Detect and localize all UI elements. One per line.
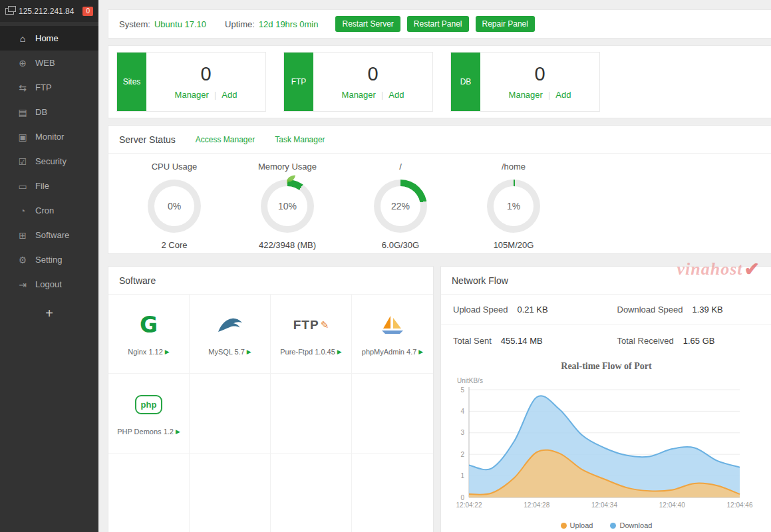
running-icon[interactable]: ▶ [337, 348, 342, 355]
software-item-pureftpd[interactable]: FTP✎ Pure-Ftpd 1.0.45 ▶ [271, 294, 352, 374]
restart-server-button[interactable]: Restart Server [335, 16, 400, 32]
message-badge[interactable]: 0 [82, 7, 93, 16]
legend-label: Upload [570, 521, 593, 529]
running-icon[interactable]: ▶ [247, 348, 251, 355]
upload-speed-value: 0.21 KB [517, 305, 547, 315]
running-icon[interactable]: ▶ [418, 348, 423, 355]
sidebar: 125.212.241.84 0 ⌂ Home ⊕ WEB ⇆ FTP ▤ DB… [0, 0, 98, 532]
sidebar-item-software[interactable]: ⊞ Software [0, 223, 98, 247]
sidebar-item-label: Logout [35, 279, 62, 289]
home-disk-gauge: /home 1% 105M/20G [457, 162, 570, 250]
download-legend-dot [610, 523, 616, 529]
server-ip-bar: 125.212.241.84 0 [0, 0, 98, 22]
db-badge: DB [451, 53, 480, 111]
software-item-label: MySQL 5.7 [208, 348, 245, 356]
divider: | [381, 90, 383, 100]
database-icon: ▤ [17, 107, 28, 118]
network-flow-card: Network Flow Upload Speed 0.21 KB Downlo… [440, 266, 771, 532]
svg-text:3: 3 [460, 429, 464, 436]
ftp-manager-link[interactable]: Manager [342, 90, 376, 100]
ftp-add-link[interactable]: Add [388, 90, 404, 100]
legend-download[interactable]: Download [610, 521, 652, 529]
uptime-value: 12d 19hrs 0min [259, 19, 319, 29]
sites-manager-link[interactable]: Manager [175, 90, 209, 100]
running-icon[interactable]: ▶ [165, 348, 170, 355]
task-manager-link[interactable]: Task Manager [275, 135, 325, 144]
mysql-dolphin-icon [218, 312, 243, 338]
server-status-title: Server Status [119, 134, 176, 145]
server-status-card: Server Status Access Manager Task Manage… [108, 125, 771, 254]
main-content: System: Ubuntu 17.10 Uptime: 12d 19hrs 0… [98, 0, 771, 532]
db-stat-card: DB 0 Manager|Add [450, 52, 600, 112]
legend-label: Download [619, 521, 652, 529]
root-disk-percent: 22% [391, 201, 410, 211]
windows-icon [5, 8, 14, 15]
sidebar-item-home[interactable]: ⌂ Home [0, 26, 98, 51]
ftp-stat-card: FTP 0 Manager|Add [283, 52, 433, 112]
logout-icon: ⇥ [17, 279, 28, 290]
restart-panel-button[interactable]: Restart Panel [407, 16, 469, 32]
software-card: Software G Nginx 1.12 ▶ MySQL 5.7 [108, 266, 434, 532]
sidebar-item-web[interactable]: ⊕ WEB [0, 51, 98, 75]
sidebar-item-label: Setting [35, 255, 62, 265]
svg-text:4: 4 [460, 408, 464, 415]
sites-badge: Sites [117, 53, 146, 111]
gauge-label: /home [457, 162, 570, 172]
leaf-icon [285, 174, 297, 187]
gauge-label: Memory Usage [231, 162, 344, 172]
root-disk-sub: 6.0G/30G [344, 240, 457, 250]
access-manager-link[interactable]: Access Manager [196, 135, 255, 144]
software-item-nginx[interactable]: G Nginx 1.12 ▶ [108, 294, 190, 374]
svg-text:5: 5 [460, 386, 464, 394]
add-menu-button[interactable]: + [0, 306, 98, 321]
root-disk-gauge: / 22% 6.0G/30G [344, 162, 457, 250]
transfer-icon: ⇆ [17, 82, 28, 93]
cpu-percent: 0% [168, 201, 181, 211]
sidebar-item-monitor[interactable]: ▣ Monitor [0, 124, 98, 149]
sidebar-item-logout[interactable]: ⇥ Logout [0, 272, 98, 297]
software-cell-empty [352, 374, 433, 454]
chart-unit-label: UnitKB/s [457, 377, 771, 384]
download-speed-value: 1.39 KB [693, 305, 723, 315]
sidebar-item-setting[interactable]: ⚙ Setting [0, 247, 98, 272]
sidebar-item-label: Software [35, 230, 69, 240]
cpu-sub: 2 Core [118, 240, 231, 250]
software-item-label: PHP Demons 1.2 [117, 428, 174, 436]
svg-text:12:04:34: 12:04:34 [591, 501, 617, 509]
running-icon[interactable]: ▶ [176, 428, 180, 435]
sidebar-item-label: File [35, 181, 49, 191]
db-manager-link[interactable]: Manager [509, 90, 543, 100]
home-icon: ⌂ [17, 33, 28, 44]
total-sent-value: 455.14 MB [501, 336, 543, 346]
system-value: Ubuntu 17.10 [154, 19, 206, 29]
network-flow-chart: 01234512:04:2212:04:2812:04:3412:04:4012… [441, 384, 771, 517]
watermark-check-icon: ✔ [744, 258, 760, 280]
bt-panel-dashboard: 125.212.241.84 0 ⌂ Home ⊕ WEB ⇆ FTP ▤ DB… [0, 0, 771, 532]
sidebar-item-label: Cron [35, 205, 54, 215]
sites-add-link[interactable]: Add [222, 90, 237, 100]
cpu-gauge: CPU Usage 0% 2 Core [118, 162, 231, 250]
software-grid: G Nginx 1.12 ▶ MySQL 5.7 ▶ [108, 294, 433, 532]
sidebar-item-cron[interactable]: ◔ Cron [0, 198, 98, 223]
db-add-link[interactable]: Add [555, 90, 571, 100]
sidebar-item-file[interactable]: ▭ File [0, 174, 98, 198]
software-item-phpmyadmin[interactable]: phpMyAdmin 4.7 ▶ [352, 294, 433, 374]
software-cell-empty [271, 374, 352, 454]
svg-text:12:04:40: 12:04:40 [659, 501, 685, 509]
sidebar-item-label: Home [35, 33, 59, 43]
legend-upload[interactable]: Upload [561, 521, 593, 529]
globe-icon: ⊕ [17, 58, 28, 68]
sidebar-item-security[interactable]: ☑ Security [0, 149, 98, 174]
upload-legend-dot [561, 523, 567, 529]
total-sent-label: Total Sent [453, 336, 492, 346]
software-item-php[interactable]: php PHP Demons 1.2 ▶ [108, 374, 190, 454]
sidebar-item-ftp[interactable]: ⇆ FTP [0, 75, 98, 100]
gauges-row: CPU Usage 0% 2 Core Memory Usage 10% 422… [108, 154, 771, 250]
software-item-mysql[interactable]: MySQL 5.7 ▶ [190, 294, 271, 374]
watermark-text: vinahost [677, 259, 743, 279]
sidebar-item-label: Monitor [35, 132, 64, 142]
sidebar-item-db[interactable]: ▤ DB [0, 100, 98, 124]
repair-panel-button[interactable]: Repair Panel [476, 16, 535, 32]
software-title: Software [119, 275, 156, 286]
folder-icon: ▭ [17, 181, 28, 192]
